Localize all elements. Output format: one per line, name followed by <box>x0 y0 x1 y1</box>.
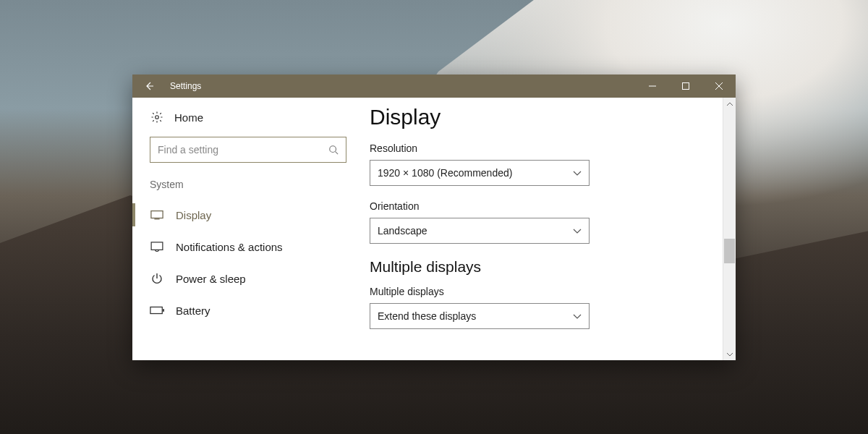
svg-point-1 <box>156 116 159 119</box>
orientation-label: Orientation <box>370 200 724 212</box>
chevron-down-icon <box>573 167 582 179</box>
multiple-displays-section-title: Multiple displays <box>370 258 724 276</box>
back-button[interactable] <box>132 75 167 98</box>
search-input-wrapper[interactable] <box>150 137 346 163</box>
sidebar-item-battery[interactable]: Battery <box>132 294 364 326</box>
power-icon <box>150 273 164 284</box>
window-title: Settings <box>167 81 201 91</box>
minimize-icon <box>649 82 656 90</box>
notification-icon <box>150 242 164 252</box>
multiple-displays-select[interactable]: Extend these displays <box>370 303 590 329</box>
svg-rect-4 <box>151 242 163 250</box>
svg-rect-6 <box>163 309 164 312</box>
arrow-left-icon <box>144 80 156 92</box>
home-label: Home <box>174 111 203 124</box>
search-input[interactable] <box>150 144 321 156</box>
battery-icon <box>150 306 164 315</box>
monitor-icon <box>150 210 164 220</box>
chevron-up-icon <box>726 102 733 106</box>
sidebar: Home System <box>132 98 364 360</box>
sidebar-item-display[interactable]: Display <box>132 199 364 231</box>
maximize-button[interactable] <box>669 75 702 98</box>
svg-point-2 <box>330 146 336 153</box>
orientation-select[interactable]: Landscape <box>370 218 590 244</box>
titlebar: Settings <box>132 75 736 98</box>
minimize-button[interactable] <box>636 75 669 98</box>
close-icon <box>715 82 723 90</box>
sidebar-item-label: Display <box>176 209 211 221</box>
scroll-down-button[interactable] <box>723 348 736 360</box>
scroll-up-button[interactable] <box>723 98 736 110</box>
maximize-icon <box>682 82 689 90</box>
sidebar-item-power-sleep[interactable]: Power & sleep <box>132 263 364 294</box>
page-title: Display <box>370 105 724 129</box>
close-button[interactable] <box>702 75 736 98</box>
sidebar-item-label: Notifications & actions <box>176 241 283 253</box>
chevron-down-icon <box>573 225 582 237</box>
resolution-value: 1920 × 1080 (Recommended) <box>378 167 512 179</box>
scrollbar[interactable] <box>723 98 736 360</box>
nav-group-label: System <box>132 179 364 199</box>
chevron-down-icon <box>726 352 733 357</box>
settings-window: Settings <box>132 75 736 360</box>
resolution-label: Resolution <box>370 142 724 154</box>
chevron-down-icon <box>573 310 582 322</box>
scrollbar-thumb[interactable] <box>724 239 735 263</box>
sidebar-item-label: Battery <box>176 305 210 317</box>
home-button[interactable]: Home <box>132 111 364 137</box>
search-icon <box>321 145 346 155</box>
multiple-displays-label: Multiple displays <box>370 286 724 297</box>
main-content: Display Resolution 1920 × 1080 (Recommen… <box>364 98 736 360</box>
sidebar-item-notifications[interactable]: Notifications & actions <box>132 231 364 263</box>
multiple-displays-value: Extend these displays <box>378 310 476 322</box>
desktop-wallpaper: Settings <box>0 0 868 434</box>
svg-rect-0 <box>683 83 689 90</box>
gear-icon <box>150 111 164 124</box>
svg-rect-5 <box>150 307 162 313</box>
scrollbar-track[interactable] <box>723 110 736 348</box>
svg-rect-3 <box>151 211 163 218</box>
resolution-select[interactable]: 1920 × 1080 (Recommended) <box>370 160 590 186</box>
sidebar-item-label: Power & sleep <box>176 273 246 285</box>
orientation-value: Landscape <box>378 225 427 237</box>
